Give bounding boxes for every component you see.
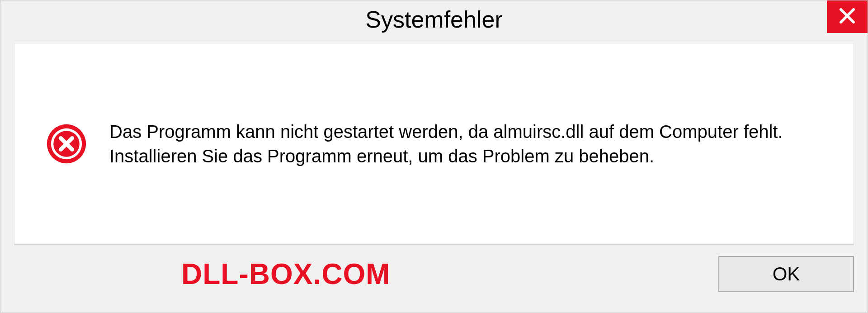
ok-button[interactable]: OK (718, 256, 854, 292)
titlebar: Systemfehler (0, 0, 868, 39)
error-dialog: Systemfehler Das Programm kann nicht ges… (0, 0, 868, 313)
watermark-text: DLL-BOX.COM (181, 257, 391, 291)
close-button[interactable] (827, 0, 868, 33)
dialog-footer: DLL-BOX.COM OK (0, 254, 868, 313)
error-message: Das Programm kann nicht gestartet werden… (109, 119, 822, 168)
dialog-title: Systemfehler (365, 6, 502, 33)
content-area: Das Programm kann nicht gestartet werden… (14, 43, 854, 245)
error-icon (46, 123, 87, 164)
close-icon (838, 7, 856, 27)
